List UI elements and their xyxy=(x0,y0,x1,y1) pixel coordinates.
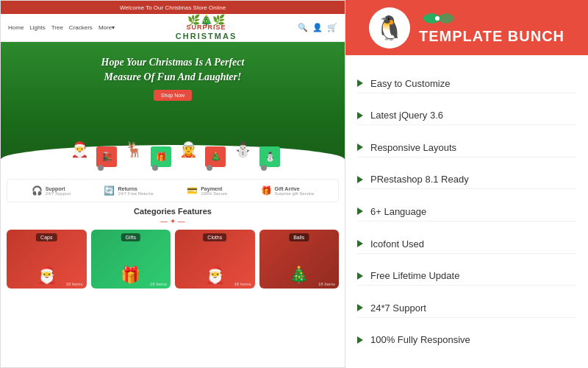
feature-language: 6+ Language xyxy=(357,202,576,222)
arrow-icon-8 xyxy=(357,304,363,311)
feature-text-7: Free Lifetime Update xyxy=(370,270,459,281)
feature-responsive: Responsive Layouts xyxy=(357,138,576,158)
feature-text-8: 24*7 Support xyxy=(370,302,426,314)
arrow-icon-4 xyxy=(357,176,363,183)
gifts-items: 18 Items xyxy=(150,282,167,286)
hero-line2: Measure Of Fun And Laughter! xyxy=(104,71,242,82)
nav-tree: Tree xyxy=(51,24,63,31)
balls-label: Balls xyxy=(289,233,309,241)
cloths-items: 18 Items xyxy=(234,282,251,286)
nav-more: More▾ xyxy=(98,24,115,31)
arrow-icon-7 xyxy=(357,272,363,280)
categories-divider: — ✦ — xyxy=(1,217,345,225)
feature-text-1: Easy to Customize xyxy=(370,78,450,89)
support-sub: 24/7 Support xyxy=(46,191,71,196)
balls-emoji: 🎄 xyxy=(289,266,309,285)
cloths-label: Cloths xyxy=(203,233,226,241)
categories-grid: Caps 🎅 18 Items Gifts 🎁 18 Items Cloths … xyxy=(1,230,345,289)
nav-bar: Home Lights Tree Crackers More▾ 🌿🎄🌿 SURP… xyxy=(1,14,345,42)
search-icon: 🔍 xyxy=(298,23,308,32)
logo-line1: SURPRISE xyxy=(176,24,237,32)
support-item: 🎧 Support 24/7 Support xyxy=(32,185,71,196)
balls-items: 18 Items xyxy=(318,282,335,286)
feature-lifetime-update: Free Lifetime Update xyxy=(357,266,576,286)
arrow-icon-1 xyxy=(357,79,363,87)
logo-line2: CHRISTMAS xyxy=(176,32,237,40)
gift-label: Gift Arrive xyxy=(275,186,315,191)
characters-row: 🎅 🚂 🦌 🎁 🧝 🎄 ⛄ ⛄ xyxy=(8,123,337,167)
feature-support: 24*7 Support xyxy=(357,299,576,318)
arrow-icon-2 xyxy=(357,112,363,119)
brand-bar: 🐧 TEMPLATE BUNCH xyxy=(345,0,588,55)
features-list: Easy to Customize Latest jQuery 3.6 Resp… xyxy=(345,55,588,368)
returns-sub: 24/7 Free Returns xyxy=(118,191,153,196)
snowman-char: ⛄ xyxy=(229,132,257,167)
train-car-3: 🎄 xyxy=(205,146,226,167)
cart-icon: 🛒 xyxy=(327,23,337,32)
feature-prestashop: PRestashop 8.1 Ready xyxy=(357,170,576,189)
arrow-icon-5 xyxy=(357,208,363,215)
returns-label: Returns xyxy=(118,186,153,191)
arrow-icon-3 xyxy=(357,144,363,151)
arrow-icon-6 xyxy=(357,240,363,247)
cloths-emoji: 🎅 xyxy=(205,266,225,285)
santa-char: 🎅 xyxy=(65,132,93,167)
right-panel: 🐧 TEMPLATE BUNCH Easy to Customize Lates… xyxy=(345,0,588,368)
nav-crackers: Crackers xyxy=(69,24,93,31)
gifts-label: Gifts xyxy=(121,233,140,241)
info-bar: 🎧 Support 24/7 Support 🔄 Returns 24/7 Fr… xyxy=(7,179,339,202)
brand-name-area: TEMPLATE BUNCH xyxy=(419,10,564,45)
brand-penguin-icon: 🐧 xyxy=(375,14,404,42)
returns-item: 🔄 Returns 24/7 Free Returns xyxy=(104,185,153,196)
feature-text-5: 6+ Language xyxy=(370,206,426,217)
brand-name-text: TEMPLATE BUNCH xyxy=(419,28,564,45)
hero-line1: Hope Your Christmas Is A Perfect xyxy=(101,57,245,68)
feature-text-6: Icofont Used xyxy=(370,238,424,250)
gift-item: 🎁 Gift Arrive Surprise gift Service xyxy=(261,185,315,196)
caps-items: 18 Items xyxy=(65,282,82,286)
support-label: Support xyxy=(46,186,71,191)
caps-emoji: 🎅 xyxy=(37,266,57,285)
reindeer-char: 🦌 xyxy=(120,132,148,167)
payment-label: Payment xyxy=(201,186,227,191)
feature-text-4: PRestashop 8.1 Ready xyxy=(370,174,469,185)
feature-easy-customize: Easy to Customize xyxy=(357,74,576,93)
nav-icons: 🔍 👤 🛒 xyxy=(298,23,337,32)
category-cloths[interactable]: Cloths 🎅 18 Items xyxy=(175,230,255,289)
feature-icofont: Icofont Used xyxy=(357,235,576,254)
nav-home: Home xyxy=(8,24,24,31)
top-bar: Welcome To Our Christmas Store Online xyxy=(1,1,345,14)
user-icon: 👤 xyxy=(312,23,323,32)
train-car-1: 🚂 xyxy=(96,146,117,167)
feature-fully-responsive: 100% Fully Responsive xyxy=(357,330,576,349)
nav-links: Home Lights Tree Crackers More▾ xyxy=(8,24,115,31)
feature-jquery: Latest jQuery 3.6 xyxy=(357,106,576,125)
hero-text: Hope Your Christmas Is A Perfect Measure… xyxy=(101,55,245,84)
feature-text-9: 100% Fully Responsive xyxy=(370,334,470,345)
category-balls[interactable]: Balls 🎄 18 Items xyxy=(259,230,340,289)
payment-sub: 100% Secure xyxy=(201,191,227,196)
hero-section: Hope Your Christmas Is A Perfect Measure… xyxy=(1,42,345,174)
gifts-emoji: 🎁 xyxy=(121,266,140,285)
preview-panel: Welcome To Our Christmas Store Online Ho… xyxy=(0,0,345,368)
support-icon: 🎧 xyxy=(32,185,43,196)
train-car-2: 🎁 xyxy=(151,146,171,167)
caps-label: Caps xyxy=(36,233,57,241)
category-caps[interactable]: Caps 🎅 18 Items xyxy=(7,230,87,289)
train-car-4: ⛄ xyxy=(259,146,280,167)
gift-sub: Surprise gift Service xyxy=(275,191,315,196)
category-gifts[interactable]: Gifts 🎁 18 Items xyxy=(91,230,171,289)
brand-leaf-icon xyxy=(419,10,456,26)
feature-text-2: Latest jQuery 3.6 xyxy=(370,110,443,121)
returns-icon: 🔄 xyxy=(104,185,115,196)
nav-logo: 🌿🎄🌿 SURPRISE CHRISTMAS xyxy=(176,15,237,40)
shop-now-button[interactable]: Shop Now xyxy=(154,90,192,101)
feature-text-3: Responsive Layouts xyxy=(370,142,456,153)
arrow-icon-9 xyxy=(357,336,363,344)
payment-icon: 💳 xyxy=(187,185,198,196)
payment-item: 💳 Payment 100% Secure xyxy=(187,185,227,196)
top-bar-text: Welcome To Our Christmas Store Online xyxy=(120,4,226,11)
categories-title: Categories Features xyxy=(1,207,345,216)
elf-char: 🧝 xyxy=(174,132,202,167)
gift-icon: 🎁 xyxy=(261,185,272,196)
